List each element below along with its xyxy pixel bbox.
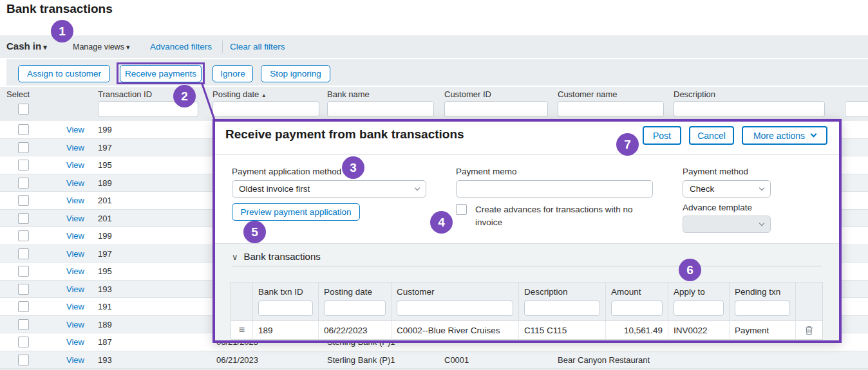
view-selector-cash-in[interactable]: Cash in▾ [6,41,47,51]
annotation-badge-7: 7 [616,133,639,156]
more-actions-button[interactable]: More actions [742,126,827,145]
filter-description[interactable] [674,101,825,117]
row-select-checkbox[interactable] [18,213,29,224]
column-header-customer-name: Customer name [558,89,617,99]
inner-filter-posting-date[interactable] [324,301,386,316]
inner-filter-apply-to[interactable] [674,301,724,316]
clear-all-filters-link[interactable]: Clear all filters [230,42,285,51]
filter-posting-date[interactable] [212,101,319,117]
view-link[interactable]: View [66,178,84,188]
section-collapse-toggle[interactable]: ∨Bank transactions [232,251,321,262]
transaction-id-cell: 189 [98,320,112,329]
transaction-id-cell: 201 [98,214,112,223]
row-select-checkbox[interactable] [18,178,29,189]
row-select-checkbox[interactable] [18,284,29,295]
ignore-button[interactable]: Ignore [212,65,253,82]
caret-down-icon: ▾ [126,43,130,51]
view-link[interactable]: View [66,320,84,329]
filter-customer-id[interactable] [444,101,548,117]
transaction-id-cell: 195 [98,266,112,276]
annotation-badge-5: 5 [243,221,266,243]
row-select-checkbox[interactable] [18,195,29,206]
annotation-badge-2: 2 [173,85,196,107]
manage-views-menu[interactable]: Manage views▾ [73,42,129,51]
view-link[interactable]: View [66,284,84,294]
view-link[interactable]: View [66,196,84,205]
trash-icon[interactable] [805,326,813,335]
stop-ignoring-button[interactable]: Stop ignoring [261,65,330,82]
view-link[interactable]: View [66,231,84,241]
view-link[interactable]: View [66,160,84,170]
bank-name-cell: Sterling Bank (P)1 [327,355,395,365]
inner-col-customer: Customer [392,282,519,320]
view-link[interactable]: View [66,125,84,134]
view-link[interactable]: View [66,355,84,365]
column-header-bank-name: Bank name [327,89,370,99]
view-selector-label: Cash in [6,41,41,51]
receive-payment-dialog: Receive payment from bank transactions P… [212,119,842,343]
transaction-id-cell: 201 [98,196,112,205]
row-select-checkbox[interactable] [18,142,29,153]
column-header-customer-id: Customer ID [444,89,491,99]
payment-method-value: Check [690,184,714,194]
row-select-checkbox[interactable] [18,124,29,135]
payment-memo-input[interactable] [456,180,653,198]
row-select-checkbox[interactable] [18,301,29,312]
view-link[interactable]: View [66,302,84,311]
inner-col-label: Posting date [324,287,386,297]
bank-transactions-section: ∨Bank transactions Bank txn ID Posting d… [215,243,839,340]
column-header-select: Select [6,89,30,99]
inner-col-apply-to: Apply to [668,282,730,320]
inner-col-label: Amount [611,287,663,297]
filter-extra-column[interactable] [845,101,868,117]
cancel-button[interactable]: Cancel [689,126,734,145]
transaction-id-cell: 199 [98,125,112,134]
inner-filter-customer[interactable] [397,301,513,316]
inner-filter-amount[interactable] [611,301,663,316]
assign-to-customer-button[interactable]: Assign to customer [18,65,110,82]
view-link[interactable]: View [66,214,84,223]
payment-memo-label: Payment memo [456,167,517,176]
inner-col-description: Description [519,282,606,320]
delete-column-header [796,282,822,320]
cell-description: C115 C115 [519,321,606,339]
payment-method-select[interactable]: Check [683,180,771,198]
annotation-badge-6: 6 [679,259,701,281]
cell-pending-txn: Payment [730,321,796,339]
chevron-down-icon: ∨ [232,252,238,262]
page-title: Bank transactions [6,2,113,16]
filter-bank-name[interactable] [327,101,434,117]
row-select-checkbox[interactable] [18,160,29,171]
view-link[interactable]: View [66,337,84,347]
inner-filter-pending-txn[interactable] [735,301,790,316]
row-select-checkbox[interactable] [18,337,29,347]
row-select-checkbox[interactable] [18,266,29,277]
column-header-posting-date[interactable]: Posting date▴ [212,89,265,99]
view-link[interactable]: View [66,143,84,153]
row-select-checkbox[interactable] [18,248,29,259]
filter-customer-name[interactable] [558,101,664,117]
inner-col-label: Pending txn [735,287,790,297]
section-rule [232,266,822,266]
inner-col-label: Description [524,287,600,297]
select-all-checkbox[interactable] [18,104,29,115]
post-button[interactable]: Post [643,126,681,145]
cell-customer: C0002--Blue River Cruises [392,321,519,339]
row-select-checkbox[interactable] [18,319,29,330]
table-row: View19306/21/2023Sterling Bank (P)1C0001… [0,351,868,369]
create-advances-checkbox[interactable] [456,204,467,215]
view-link[interactable]: View [66,266,84,276]
toolbar-band [0,35,868,58]
customer-id-cell: C0001 [444,355,469,365]
inner-filter-description[interactable] [524,301,600,316]
row-select-checkbox[interactable] [18,230,29,241]
preview-payment-application-button[interactable]: Preview payment application [232,203,360,221]
transaction-id-cell: 197 [98,143,112,153]
inner-filter-bank-txn-id[interactable] [258,301,313,316]
row-select-checkbox[interactable] [18,355,29,365]
view-link[interactable]: View [66,249,84,259]
advanced-filters-link[interactable]: Advanced filters [150,42,212,51]
caret-down-icon: ▾ [43,43,47,51]
payment-application-method-select[interactable]: Oldest invoice first [232,180,426,198]
drag-handle-icon[interactable]: ≡ [239,324,245,336]
